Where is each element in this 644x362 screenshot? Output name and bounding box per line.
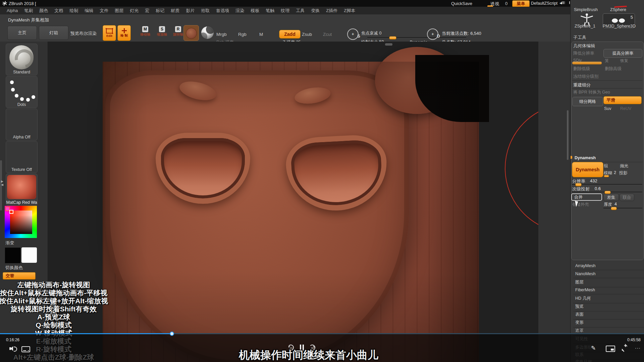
del-higher-button[interactable]: 删除高级 — [605, 66, 622, 72]
convert-bpr-button[interactable]: 将 BPR 转换为 Geo — [573, 89, 610, 95]
project-button[interactable]: 投影 — [619, 170, 628, 176]
edit-note-icon[interactable]: ✎ — [591, 345, 596, 352]
secondary-color-swatch[interactable] — [21, 247, 37, 263]
polish-button[interactable]: 抛光 — [620, 163, 628, 169]
menu-stencil[interactable]: 模板 — [251, 8, 259, 14]
menu-button[interactable]: 菜单 — [512, 0, 530, 7]
menu-preferences[interactable]: 首选项 — [216, 8, 229, 14]
lower-res-button[interactable]: 降低分辨率 — [573, 51, 594, 56]
arraymesh-header[interactable]: ArrayMesh — [573, 262, 644, 270]
sculpt-model[interactable] — [103, 62, 479, 362]
progress-knob[interactable] — [170, 331, 174, 336]
blur-slider-handle[interactable] — [604, 175, 609, 177]
home-button[interactable]: 主页 — [7, 26, 37, 40]
groups-button[interactable]: 组 — [604, 163, 608, 169]
texture-thumbnail[interactable]: Texture Off — [6, 141, 38, 173]
draw-button[interactable]: 绘 制 — [117, 25, 131, 41]
geometry-header[interactable]: 几何体编辑 — [573, 43, 595, 49]
scale-axis-button[interactable]: S 缩放轴 — [155, 26, 169, 40]
menu-render[interactable]: 渲染 — [235, 8, 244, 14]
subtool-header[interactable]: 子工具 — [571, 33, 643, 43]
freeze-subdiv-button[interactable]: 冻结细分级别 — [573, 74, 598, 79]
color-picker[interactable] — [5, 206, 37, 238]
resolution-slider[interactable] — [572, 184, 642, 185]
edit-button[interactable]: Edit — [103, 25, 116, 41]
menu-draw[interactable]: 绘制 — [69, 8, 78, 14]
canvas-area[interactable] — [48, 42, 538, 362]
rotate-axis-button[interactable]: R 旋转轴 — [171, 26, 185, 40]
color-saturation-square[interactable] — [10, 210, 32, 234]
tray-collapse-icon[interactable]: ▶◀ — [1, 180, 3, 186]
menu-texture[interactable]: 纹理 — [281, 8, 289, 14]
sdiv-slider[interactable] — [572, 62, 602, 64]
menu-color[interactable]: 颜色 — [39, 8, 48, 14]
focal-shift-handle[interactable] — [389, 36, 396, 40]
menu-zplugin[interactable]: Z插件 — [326, 8, 337, 14]
rgb-button[interactable]: Rgb — [238, 32, 247, 37]
brush-thumbnail[interactable]: Standard — [6, 44, 38, 75]
switch-color-label[interactable]: 切换颜色 — [5, 265, 23, 271]
divide-button[interactable]: 细分网格 — [572, 97, 603, 106]
smooth-button[interactable]: 平滑 — [603, 96, 642, 104]
restore-button[interactable]: 恢复 — [620, 58, 628, 64]
nanomesh-header[interactable]: NanoMesh — [573, 270, 644, 278]
simple-material-icon[interactable] — [201, 26, 214, 39]
menu-alpha[interactable]: Alpha — [7, 8, 18, 13]
thickness-slider[interactable] — [603, 208, 642, 208]
menu-marker[interactable]: 标记 — [156, 8, 164, 14]
stroke-thumbnail[interactable]: Dots — [6, 76, 38, 108]
menu-transform[interactable]: 变换 — [311, 8, 320, 14]
menu-layer[interactable]: 图层 — [115, 8, 123, 14]
suv-button[interactable]: Suv — [604, 106, 611, 111]
dynamesh-header[interactable]: Dynamesh — [573, 154, 643, 162]
menu-macro[interactable]: 宏 — [145, 8, 149, 14]
create-shell-button[interactable]: 创建外壳 — [572, 202, 589, 207]
menu-light[interactable]: 灯光 — [130, 8, 139, 14]
fibermesh-header[interactable]: FiberMesh — [573, 286, 644, 294]
strip-scrollbar[interactable] — [567, 110, 569, 160]
higher-res-button[interactable]: 提高分辨率 — [603, 49, 642, 58]
zadd-button[interactable]: Zadd — [279, 30, 301, 39]
pip-icon[interactable] — [606, 346, 615, 352]
material-thumbnail[interactable]: MatCap Red Wa — [6, 174, 38, 205]
del-lower-button[interactable]: 删除低级 — [573, 66, 590, 72]
preview-boolean-label[interactable]: 预览布尔渲染 — [70, 31, 97, 37]
more-options-icon[interactable]: ··· — [635, 345, 641, 351]
thickness-handle[interactable] — [611, 207, 617, 210]
volume-icon[interactable] — [9, 346, 16, 351]
menu-document[interactable]: 文档 — [54, 8, 63, 14]
zcut-button[interactable]: Zcut — [323, 32, 332, 37]
merge-button[interactable]: 合并 — [571, 193, 602, 201]
menu-zscript[interactable]: Z脚本 — [344, 8, 355, 14]
subtool-item-name[interactable]: PM3D_Sphere3D — [603, 24, 636, 28]
zsub-button[interactable]: Zsub — [302, 32, 312, 37]
cage-button[interactable]: 笼 — [605, 58, 609, 64]
current-material-button[interactable] — [183, 25, 199, 41]
menu-brush[interactable]: 笔刷 — [24, 8, 33, 14]
dynamesh-button[interactable]: Dynamesh — [572, 162, 603, 177]
alpha-thumbnail[interactable]: Alpha Off — [6, 109, 38, 140]
m-button[interactable]: M — [259, 32, 263, 37]
menu-picker[interactable]: 拾取 — [201, 8, 210, 14]
swap-color-button[interactable]: 交替 — [3, 272, 36, 280]
focal-shift-slider[interactable] — [367, 37, 466, 38]
subtitle-toggle-icon[interactable] — [21, 346, 30, 352]
move-axis-button[interactable]: M 移动轴 — [138, 26, 152, 40]
shrink-icon[interactable] — [621, 345, 628, 351]
union-button[interactable]: 联合 — [620, 194, 634, 201]
canvas-grip[interactable] — [385, 43, 392, 46]
menu-file[interactable]: 文件 — [100, 8, 108, 14]
menu-edit[interactable]: 编辑 — [85, 8, 93, 14]
quicksave-button[interactable]: QuickSave — [451, 1, 472, 6]
reuv-button[interactable]: ReUV — [620, 106, 631, 111]
zscript-prev-icon[interactable]: ◀ — [559, 1, 565, 5]
menu-tool[interactable]: 工具 — [296, 8, 305, 14]
subtract-button[interactable]: 差集 — [603, 194, 619, 201]
lightbox-button[interactable]: 灯箱 — [39, 26, 68, 40]
menu-material[interactable]: 材质 — [171, 8, 179, 14]
mrgb-button[interactable]: Mrgb — [216, 32, 227, 37]
main-color-swatch[interactable] — [5, 247, 21, 263]
menu-movie[interactable]: 影片 — [186, 8, 195, 14]
tool-item-name[interactable]: ZSphere_1 — [575, 24, 595, 28]
reconstruct-button[interactable]: 重建细分 — [573, 82, 591, 88]
